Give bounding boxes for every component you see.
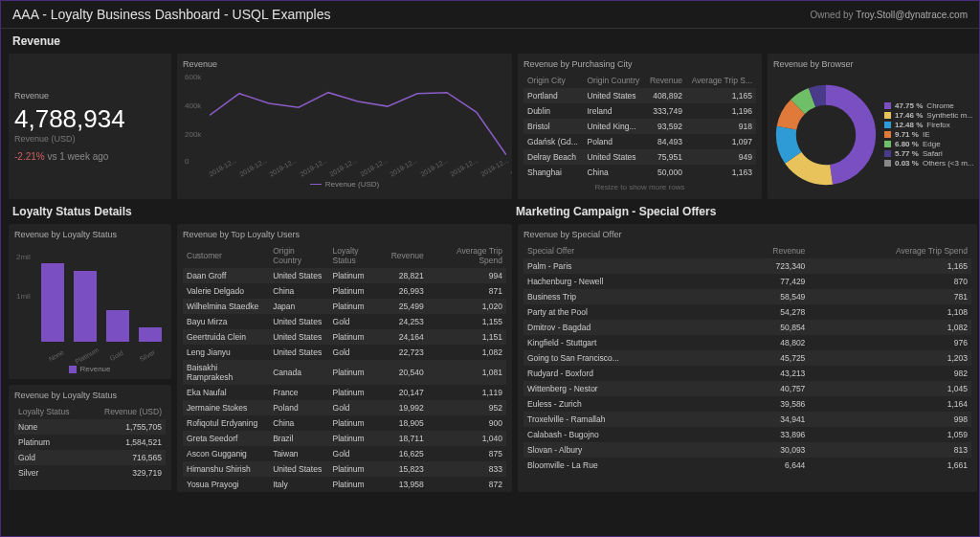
owner-link[interactable]: Troy.Stoll@dynatrace.com xyxy=(856,10,968,20)
color-swatch xyxy=(884,150,891,157)
table-row[interactable]: Bayu MirzaUnited StatesGold24,2531,155 xyxy=(183,314,506,329)
legend-item[interactable]: 47.75 % Chrome xyxy=(884,101,973,110)
color-swatch xyxy=(884,112,891,119)
column-header[interactable]: Average Trip Spend xyxy=(428,243,506,268)
legend-item[interactable]: 12.48 % Firefox xyxy=(884,121,973,129)
table-row[interactable]: Eka NaufalFrancePlatinum20,1471,119 xyxy=(183,385,506,400)
table-row[interactable]: Daan GroffUnited StatesPlatinum28,821994 xyxy=(183,268,506,283)
table-row[interactable]: Geertruida CleinUnited StatesPlatinum24,… xyxy=(183,329,506,345)
table-row[interactable]: DublinIreland333,7491,196 xyxy=(523,103,756,119)
section-revenue-title: Revenue xyxy=(1,29,979,54)
card-title: Revenue by Loyalty Status xyxy=(14,230,166,239)
table-row[interactable]: BristolUnited King...93,592918 xyxy=(523,119,756,134)
column-header[interactable]: Average Trip S... xyxy=(686,73,756,88)
card-title: Revenue by Browser xyxy=(773,59,977,69)
table-row[interactable]: PortlandUnited States408,8921,165 xyxy=(523,88,756,103)
column-header[interactable]: Special Offer xyxy=(523,243,726,258)
donut-legend: 47.75 % Chrome17.46 % Synthetic m...12.4… xyxy=(884,101,973,168)
table-row[interactable]: Platinum1,584,521 xyxy=(14,435,166,450)
top-users-card[interactable]: Revenue by Top Loyalty Users CustomerOri… xyxy=(177,224,512,492)
table-row[interactable]: Calabash - Bugojno33,8961,059 xyxy=(523,427,971,442)
bar xyxy=(139,327,162,342)
bar-chart: 2mil1mil NonePlatinumGoldSilver xyxy=(14,243,166,363)
table-row[interactable]: Baisakhi RamprakeshCanadaPlatinum20,5401… xyxy=(183,360,506,385)
resize-hint: Resize to show more rows xyxy=(523,183,756,191)
card-title: Revenue by Purchasing City xyxy=(523,59,756,69)
purchasing-city-card[interactable]: Revenue by Purchasing City Origin CityOr… xyxy=(518,54,762,199)
color-swatch xyxy=(884,160,891,167)
column-header[interactable]: Loyalty Status xyxy=(329,243,388,268)
table-row[interactable]: Delray BeachUnited States75,951949 xyxy=(523,149,756,165)
table-row[interactable]: Palm - Paris723,3401,165 xyxy=(523,258,971,274)
table-row[interactable]: Silver329,719 xyxy=(14,465,166,481)
header: AAA - Loyalty Business Dashboard - USQL … xyxy=(1,1,979,29)
line-chart: 600k 400k 200k 0 2019-12...2019-12...201… xyxy=(183,73,506,178)
column-header[interactable]: Origin Country xyxy=(583,73,644,88)
color-swatch xyxy=(884,122,891,128)
table-row[interactable]: Kingfield - Stuttgart48,802976 xyxy=(523,335,971,350)
table-row[interactable]: Business Trip58,549781 xyxy=(523,289,971,304)
table-row[interactable]: Rofiqotul ErdyaningChinaPlatinum18,90590… xyxy=(183,415,506,431)
table-row[interactable]: None1,755,705 xyxy=(14,419,166,435)
bar-legend: Revenue xyxy=(14,365,166,373)
legend-item[interactable]: 5.77 % Safari xyxy=(884,149,973,158)
revenue-browser-card[interactable]: Revenue by Browser 47.75 % Chrome17.46 %… xyxy=(768,54,980,199)
legend-item[interactable]: 17.46 % Synthetic m... xyxy=(884,111,973,120)
table-row[interactable]: Valerie DelgadoChinaPlatinum26,993871 xyxy=(183,283,506,299)
column-header[interactable]: Revenue xyxy=(726,243,809,258)
table-row[interactable]: Party at the Pool54,2781,108 xyxy=(523,304,971,320)
special-offers-card[interactable]: Revenue by Special Offer Special OfferRe… xyxy=(518,224,977,492)
column-header[interactable]: Customer xyxy=(183,243,269,268)
table-row[interactable]: ShanghaiChina50,0001,163 xyxy=(523,165,756,180)
table-row[interactable]: Leng JianyuUnited StatesGold22,7231,082 xyxy=(183,345,506,360)
table-row[interactable]: Gdańsk (Gd...Poland84,4931,097 xyxy=(523,134,756,149)
table-row[interactable]: Going to San Francisco...45,7251,203 xyxy=(523,350,971,366)
loyalty-table-card[interactable]: Revenue by Loyalty Status Loyalty Status… xyxy=(9,385,171,490)
column-header[interactable]: Origin Country xyxy=(269,243,328,268)
kpi-unit: Revenue (USD) xyxy=(14,134,166,144)
column-header[interactable]: Origin City xyxy=(523,73,583,88)
table-row[interactable]: Gold716,565 xyxy=(14,450,166,465)
kpi-delta: -2.21% vs 1 week ago xyxy=(14,151,166,162)
column-header[interactable]: Revenue xyxy=(645,73,686,88)
table-row[interactable]: Rudyard - Boxford43,213982 xyxy=(523,366,971,381)
color-swatch xyxy=(884,141,891,147)
table-row[interactable]: Jermaine StokesPolandGold19,992952 xyxy=(183,400,506,415)
card-title: Revenue by Loyalty Status xyxy=(14,391,166,400)
table-row[interactable]: Greta SeedorfBrazilPlatinum18,7111,040 xyxy=(183,431,506,446)
legend-item[interactable]: 9.71 % IE xyxy=(884,130,973,139)
bar xyxy=(106,310,129,342)
kpi-value: 4,788,934 xyxy=(14,104,166,134)
table-row[interactable]: Himanshu ShirishUnited StatesPlatinum15,… xyxy=(183,461,506,477)
column-header[interactable]: Revenue xyxy=(388,243,428,268)
legend-item[interactable]: 6.80 % Edge xyxy=(884,140,973,148)
table-row[interactable]: Hachenburg - Newell77,429870 xyxy=(523,274,971,289)
color-swatch xyxy=(884,131,891,138)
table-row[interactable]: Yosua PrayogiItalyPlatinum13,958872 xyxy=(183,477,506,492)
loyalty-bar-card[interactable]: Revenue by Loyalty Status 2mil1mil NoneP… xyxy=(9,224,171,379)
column-header[interactable]: Loyalty Status xyxy=(14,404,86,419)
table-row[interactable]: Slovan - Albury30,093813 xyxy=(523,442,971,458)
special-offers-table: Special OfferRevenueAverage Trip Spend P… xyxy=(523,243,971,473)
table-row[interactable]: Ascon GugganigTaiwanGold16,625875 xyxy=(183,446,506,461)
revenue-line-card[interactable]: Revenue 600k 400k 200k 0 2019-12...2019-… xyxy=(177,54,512,199)
line-chart-svg xyxy=(210,73,506,164)
table-row[interactable]: Euless - Zurich39,5861,164 xyxy=(523,396,971,412)
table-row[interactable]: Troxelville - Ramallah34,941998 xyxy=(523,412,971,427)
card-title: Revenue by Top Loyalty Users xyxy=(183,230,506,239)
column-header[interactable]: Revenue (USD) xyxy=(86,404,166,419)
column-header[interactable]: Average Trip Spend xyxy=(809,243,971,258)
revenue-kpi-card[interactable]: Revenue 4,788,934 Revenue (USD) -2.21% v… xyxy=(9,54,171,199)
table-row[interactable]: Dmitrov - Bagdad50,8541,082 xyxy=(523,320,971,335)
donut-chart xyxy=(773,82,879,188)
chart-legend: Revenue (USD) xyxy=(183,180,506,189)
owner-label: Owned by Troy.Stoll@dynatrace.com xyxy=(811,10,968,20)
table-row[interactable]: Bloomville - La Rue6,6441,661 xyxy=(523,458,971,473)
table-row[interactable]: Wittenberg - Nestor40,7571,045 xyxy=(523,381,971,396)
card-title: Revenue xyxy=(14,91,166,101)
purchasing-city-table: Origin CityOrigin CountryRevenueAverage … xyxy=(523,73,756,180)
section-loyalty-title: Loyalty Status Details xyxy=(9,199,506,224)
loyalty-table: Loyalty StatusRevenue (USD) None1,755,70… xyxy=(14,404,166,481)
legend-item[interactable]: 0.03 % Others (<3 m... xyxy=(884,159,973,168)
table-row[interactable]: Wilhelmina StaedkeJapanPlatinum25,4991,0… xyxy=(183,299,506,314)
